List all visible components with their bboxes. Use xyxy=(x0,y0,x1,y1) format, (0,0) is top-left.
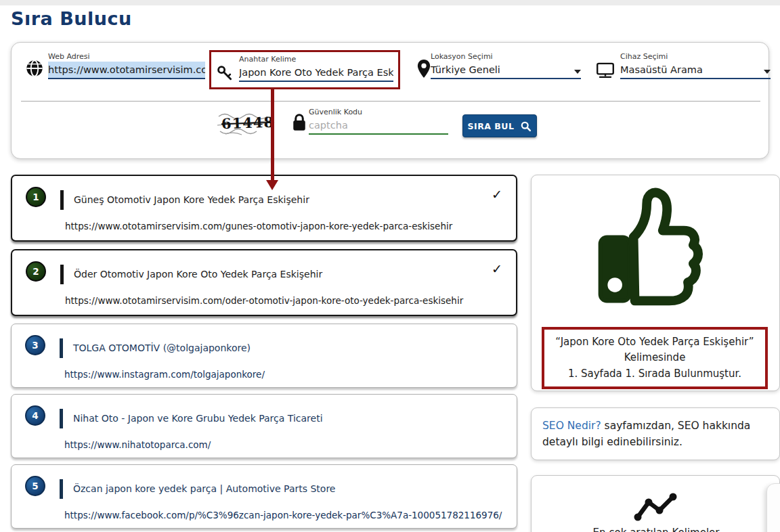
captcha-label: Güvenlik Kodu xyxy=(309,108,362,116)
title-accent-bar xyxy=(60,409,63,428)
rank-badge: 4 xyxy=(25,405,45,426)
location-select[interactable]: Türkiye Geneli xyxy=(431,62,581,79)
location-label: Lokasyon Seçimi xyxy=(431,52,493,61)
location-value: Türkiye Geneli xyxy=(431,64,500,75)
annotation-arrow-line xyxy=(271,89,274,181)
title-accent-bar xyxy=(60,338,63,358)
rank-summary-line1: “Japon Kore Oto Yedek Parça Eskişehir” xyxy=(544,334,765,350)
result-item-5: 5 Özcan japon kore yedek parça | Automot… xyxy=(11,464,517,529)
search-icon xyxy=(520,120,532,132)
page-title: Sıra Bulucu xyxy=(11,8,132,29)
result-item-3: 3 TOLGA OTOMOTİV (@tolgajaponkore) https… xyxy=(11,324,517,388)
rank-badge: 5 xyxy=(25,476,45,496)
seo-nedir-link[interactable]: SEO Nedir? xyxy=(542,420,601,432)
annotation-arrow-head xyxy=(266,180,278,190)
seo-info-text: SEO Nedir? sayfamızdan, SEO hakkında det… xyxy=(542,418,770,450)
web-address-input[interactable] xyxy=(48,62,205,79)
rank-badge: 3 xyxy=(25,335,45,355)
result-title: Güneş Otomotiv Japon Kore Yedek Parça Es… xyxy=(74,194,309,205)
result-title: Özcan japon kore yedek parça | Automotiv… xyxy=(73,483,335,494)
device-select[interactable]: Masaüstü Arama xyxy=(620,62,771,79)
device-label: Cihaz Seçimi xyxy=(620,52,668,61)
result-title: Öder Otomotiv Japon Kore Oto Yedek Parça… xyxy=(74,269,322,280)
find-rank-button[interactable]: SIRA BUL xyxy=(462,114,537,137)
result-url: https://www.nihatotoparca.com/ xyxy=(64,439,211,450)
lock-icon xyxy=(290,113,308,132)
title-accent-bar xyxy=(60,190,64,210)
caret-down-icon xyxy=(764,70,771,74)
rank-badge: 2 xyxy=(26,261,46,282)
key-icon xyxy=(216,64,234,82)
monitor-icon xyxy=(595,62,615,79)
form-divider xyxy=(21,101,760,102)
side-peek-card xyxy=(766,483,780,532)
trend-card-partial-text: En çok aratılan Kelimeler xyxy=(545,526,767,532)
captcha-code-text: 61448 xyxy=(221,114,275,133)
result-item-4: 4 Nihat Oto - Japon ve Kore Grubu Yedek … xyxy=(11,394,517,458)
result-url: https://www.instagram.com/tolgajaponkore… xyxy=(64,369,265,380)
title-accent-bar xyxy=(60,265,64,284)
result-title: TOLGA OTOMOTİV (@tolgajaponkore) xyxy=(73,342,251,353)
find-rank-button-label: SIRA BUL xyxy=(468,121,515,131)
trend-line-icon xyxy=(632,491,680,523)
rank-summary-box: “Japon Kore Oto Yedek Parça Eskişehir” K… xyxy=(542,327,768,389)
check-icon: ✓ xyxy=(492,187,502,202)
result-url: https://www.ototamirservisim.com/gunes-o… xyxy=(65,221,452,231)
top-strip xyxy=(0,0,780,5)
result-item-1: 1 Güneş Otomotiv Japon Kore Yedek Parça … xyxy=(11,175,517,242)
captcha-image: 61448 xyxy=(212,110,280,137)
globe-icon xyxy=(25,59,44,78)
title-accent-bar xyxy=(60,479,63,499)
captcha-input[interactable] xyxy=(309,117,448,135)
keyword-label: Anahtar Kelime xyxy=(239,55,296,64)
trend-card: En çok aratılan Kelimeler xyxy=(531,475,780,532)
check-icon: ✓ xyxy=(492,261,502,276)
thumbs-up-icon xyxy=(587,181,720,320)
rank-badge: 1 xyxy=(26,187,46,207)
caret-down-icon xyxy=(574,70,581,74)
device-value: Masaüstü Arama xyxy=(620,64,703,75)
web-address-label: Web Adresi xyxy=(48,52,90,61)
seo-info-card: SEO Nedir? sayfamızdan, SEO hakkında det… xyxy=(531,407,780,460)
result-title: Nihat Oto - Japon ve Kore Grubu Yedek Pa… xyxy=(73,413,323,424)
result-item-2: 2 Öder Otomotiv Japon Kore Oto Yedek Par… xyxy=(11,249,517,316)
result-url: https://www.facebook.com/p/%C3%96zcan-ja… xyxy=(64,510,502,520)
rank-finder-form: Web Adresi Anahtar Kelime Lokasyon Seçim… xyxy=(11,42,769,159)
keyword-input[interactable] xyxy=(239,64,393,82)
rank-result-panel: “Japon Kore Oto Yedek Parça Eskişehir” K… xyxy=(531,175,780,391)
rank-summary-line3: 1. Sayfada 1. Sırada Bulunmuştur. xyxy=(544,366,765,382)
result-url: https://www.ototamirservisim.com/oder-ot… xyxy=(65,295,463,306)
rank-summary-line2: Kelimesinde xyxy=(544,350,765,365)
